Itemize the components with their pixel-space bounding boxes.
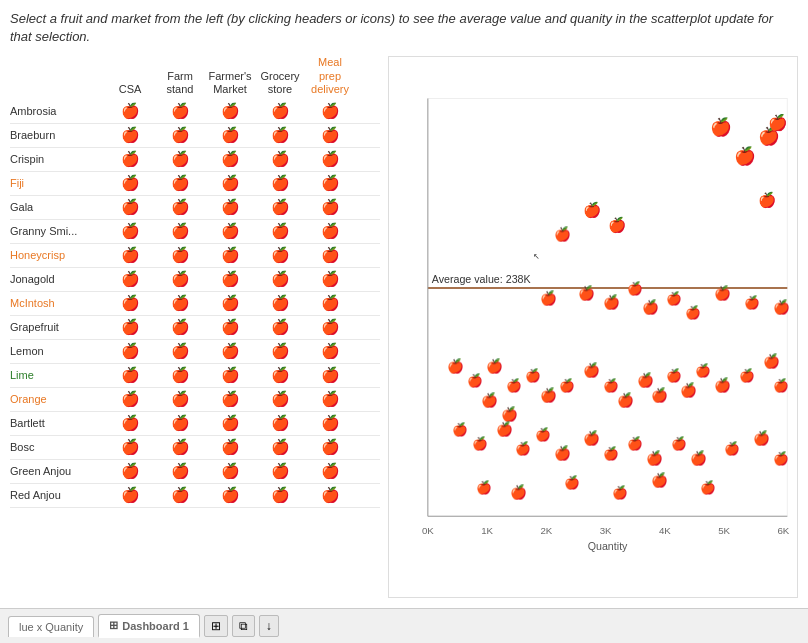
- apple-icon-cell[interactable]: 🍎: [255, 126, 305, 144]
- fruit-row[interactable]: Grapefruit 🍎 🍎 🍎 🍎 🍎: [10, 316, 380, 340]
- apple-icon-cell[interactable]: 🍎: [255, 294, 305, 312]
- apple-icon-cell[interactable]: 🍎: [205, 294, 255, 312]
- apple-icon-cell[interactable]: 🍎: [305, 294, 355, 312]
- apple-icon-cell[interactable]: 🍎: [205, 246, 255, 264]
- apple-icon-cell[interactable]: 🍎: [305, 366, 355, 384]
- apple-icon-cell[interactable]: 🍎: [155, 174, 205, 192]
- col-header-csa[interactable]: CSA: [105, 83, 155, 96]
- apple-icon-cell[interactable]: 🍎: [155, 486, 205, 504]
- col-header-meal-prep[interactable]: Mealprepdelivery: [305, 56, 355, 96]
- apple-icon-cell[interactable]: 🍎: [205, 102, 255, 120]
- apple-icon-cell[interactable]: 🍎: [255, 102, 305, 120]
- apple-icon-cell[interactable]: 🍎: [255, 390, 305, 408]
- apple-icon-cell[interactable]: 🍎: [255, 270, 305, 288]
- apple-icon-cell[interactable]: 🍎: [305, 342, 355, 360]
- apple-icon-cell[interactable]: 🍎: [255, 462, 305, 480]
- apple-icon-cell[interactable]: 🍎: [205, 414, 255, 432]
- apple-icon-cell[interactable]: 🍎: [255, 438, 305, 456]
- apple-icon-cell[interactable]: 🍎: [155, 270, 205, 288]
- fruit-row[interactable]: Ambrosia 🍎 🍎 🍎 🍎 🍎: [10, 100, 380, 124]
- fruit-row[interactable]: Bosc 🍎 🍎 🍎 🍎 🍎: [10, 436, 380, 460]
- apple-icon-cell[interactable]: 🍎: [155, 294, 205, 312]
- tab-value-quantity[interactable]: lue x Quanity: [8, 616, 94, 637]
- apple-icon-cell[interactable]: 🍎: [155, 366, 205, 384]
- apple-icon-cell[interactable]: 🍎: [105, 462, 155, 480]
- apple-icon-cell[interactable]: 🍎: [305, 198, 355, 216]
- apple-icon-cell[interactable]: 🍎: [305, 126, 355, 144]
- apple-icon-cell[interactable]: 🍎: [305, 414, 355, 432]
- apple-icon-cell[interactable]: 🍎: [305, 222, 355, 240]
- apple-icon-cell[interactable]: 🍎: [105, 342, 155, 360]
- apple-icon-cell[interactable]: 🍎: [255, 414, 305, 432]
- apple-icon-cell[interactable]: 🍎: [155, 342, 205, 360]
- apple-icon-cell[interactable]: 🍎: [105, 246, 155, 264]
- apple-icon-cell[interactable]: 🍎: [105, 270, 155, 288]
- new-sheet-button[interactable]: ⊞: [204, 615, 228, 637]
- apple-icon-cell[interactable]: 🍎: [205, 198, 255, 216]
- apple-icon-cell[interactable]: 🍎: [305, 246, 355, 264]
- apple-icon-cell[interactable]: 🍎: [155, 462, 205, 480]
- apple-icon-cell[interactable]: 🍎: [205, 462, 255, 480]
- apple-icon-cell[interactable]: 🍎: [105, 294, 155, 312]
- fruit-row[interactable]: Fiji 🍎 🍎 🍎 🍎 🍎: [10, 172, 380, 196]
- apple-icon-cell[interactable]: 🍎: [155, 126, 205, 144]
- apple-icon-cell[interactable]: 🍎: [305, 270, 355, 288]
- apple-icon-cell[interactable]: 🍎: [255, 198, 305, 216]
- apple-icon-cell[interactable]: 🍎: [155, 390, 205, 408]
- col-header-farm-stand[interactable]: Farmstand: [155, 70, 205, 96]
- apple-icon-cell[interactable]: 🍎: [305, 318, 355, 336]
- fruit-row[interactable]: Gala 🍎 🍎 🍎 🍎 🍎: [10, 196, 380, 220]
- fruit-row[interactable]: Lemon 🍎 🍎 🍎 🍎 🍎: [10, 340, 380, 364]
- apple-icon-cell[interactable]: 🍎: [155, 150, 205, 168]
- apple-icon-cell[interactable]: 🍎: [155, 222, 205, 240]
- apple-icon-cell[interactable]: 🍎: [205, 270, 255, 288]
- fruit-row[interactable]: Jonagold 🍎 🍎 🍎 🍎 🍎: [10, 268, 380, 292]
- apple-icon-cell[interactable]: 🍎: [105, 366, 155, 384]
- fruit-row[interactable]: Crispin 🍎 🍎 🍎 🍎 🍎: [10, 148, 380, 172]
- fruit-row[interactable]: Granny Smi... 🍎 🍎 🍎 🍎 🍎: [10, 220, 380, 244]
- apple-icon-cell[interactable]: 🍎: [105, 222, 155, 240]
- apple-icon-cell[interactable]: 🍎: [305, 102, 355, 120]
- apple-icon-cell[interactable]: 🍎: [305, 486, 355, 504]
- apple-icon-cell[interactable]: 🍎: [305, 390, 355, 408]
- apple-icon-cell[interactable]: 🍎: [205, 438, 255, 456]
- tab-dashboard-1[interactable]: ⊞ Dashboard 1: [98, 614, 200, 638]
- apple-icon-cell[interactable]: 🍎: [205, 366, 255, 384]
- fruit-row[interactable]: Honeycrisp 🍎 🍎 🍎 🍎 🍎: [10, 244, 380, 268]
- download-sheet-button[interactable]: ↓: [259, 615, 279, 637]
- apple-icon-cell[interactable]: 🍎: [105, 414, 155, 432]
- apple-icon-cell[interactable]: 🍎: [255, 486, 305, 504]
- col-header-grocery-store[interactable]: Grocerystore: [255, 70, 305, 96]
- apple-icon-cell[interactable]: 🍎: [255, 318, 305, 336]
- duplicate-sheet-button[interactable]: ⧉: [232, 615, 255, 637]
- apple-icon-cell[interactable]: 🍎: [155, 318, 205, 336]
- apple-icon-cell[interactable]: 🍎: [255, 222, 305, 240]
- apple-icon-cell[interactable]: 🍎: [255, 246, 305, 264]
- apple-icon-cell[interactable]: 🍎: [105, 102, 155, 120]
- fruit-row[interactable]: Green Anjou 🍎 🍎 🍎 🍎 🍎: [10, 460, 380, 484]
- apple-icon-cell[interactable]: 🍎: [305, 150, 355, 168]
- apple-icon-cell[interactable]: 🍎: [155, 246, 205, 264]
- apple-icon-cell[interactable]: 🍎: [205, 174, 255, 192]
- scatter-area[interactable]: Average value: 238K 0K 1K 2K 3K 4K 5K 6K…: [388, 56, 798, 598]
- fruit-row[interactable]: Orange 🍎 🍎 🍎 🍎 🍎: [10, 388, 380, 412]
- apple-icon-cell[interactable]: 🍎: [305, 462, 355, 480]
- fruit-row[interactable]: Braeburn 🍎 🍎 🍎 🍎 🍎: [10, 124, 380, 148]
- apple-icon-cell[interactable]: 🍎: [305, 438, 355, 456]
- fruit-row[interactable]: Lime 🍎 🍎 🍎 🍎 🍎: [10, 364, 380, 388]
- apple-icon-cell[interactable]: 🍎: [105, 198, 155, 216]
- apple-icon-cell[interactable]: 🍎: [255, 174, 305, 192]
- fruit-row[interactable]: McIntosh 🍎 🍎 🍎 🍎 🍎: [10, 292, 380, 316]
- apple-icon-cell[interactable]: 🍎: [255, 342, 305, 360]
- apple-icon-cell[interactable]: 🍎: [255, 366, 305, 384]
- apple-icon-cell[interactable]: 🍎: [205, 318, 255, 336]
- apple-icon-cell[interactable]: 🍎: [205, 390, 255, 408]
- col-header-farmers-market[interactable]: Farmer'sMarket: [205, 70, 255, 96]
- apple-icon-cell[interactable]: 🍎: [205, 150, 255, 168]
- apple-icon-cell[interactable]: 🍎: [205, 126, 255, 144]
- apple-icon-cell[interactable]: 🍎: [105, 438, 155, 456]
- apple-icon-cell[interactable]: 🍎: [255, 150, 305, 168]
- apple-icon-cell[interactable]: 🍎: [305, 174, 355, 192]
- apple-icon-cell[interactable]: 🍎: [205, 486, 255, 504]
- apple-icon-cell[interactable]: 🍎: [155, 198, 205, 216]
